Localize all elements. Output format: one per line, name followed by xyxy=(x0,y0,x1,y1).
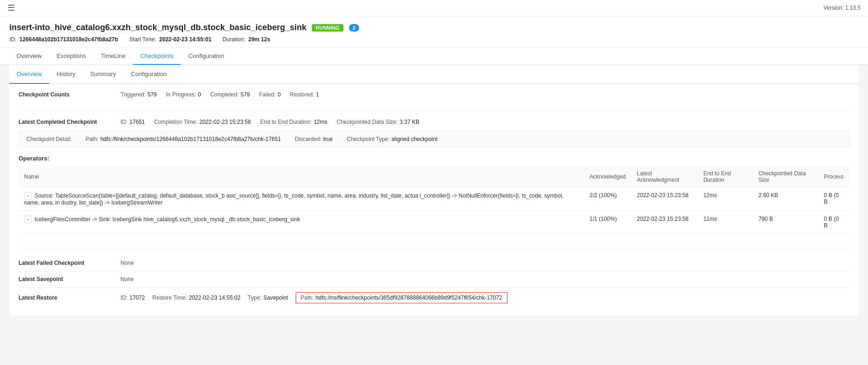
nav-timeline[interactable]: TimeLine xyxy=(94,48,133,65)
nav-configuration[interactable]: Configuration xyxy=(181,48,231,65)
col-latest-ack: Latest Acknowledgment xyxy=(631,166,697,187)
restore-id-value: 17072 xyxy=(129,295,145,301)
expand-btn-0[interactable]: + xyxy=(24,192,32,199)
restored-value: 1 xyxy=(316,91,319,98)
latest-restore-label: Latest Restore xyxy=(19,295,120,301)
end-to-end-kv: End to End Duration: 12ms xyxy=(260,119,328,125)
expand-btn-1[interactable]: + xyxy=(24,216,32,223)
operators-title: Operators: xyxy=(19,155,849,162)
latest-completed-label: Latest Completed Checkpoint xyxy=(19,119,120,125)
sub-nav-summary[interactable]: Summary xyxy=(83,65,124,84)
task-count-badge: 2 xyxy=(349,24,359,32)
operators-table-body: +Source: TableSourceScan(table=[[default… xyxy=(19,187,849,234)
checkpoint-content: Checkpoint Counts Triggered: 579 In Prog… xyxy=(9,84,859,315)
latest-restore-row: Latest Restore ID: 17072 Restore Time: 2… xyxy=(19,288,849,308)
restore-path-value: hdfs://ns/flink/checkpoints/365df9287888… xyxy=(316,295,502,301)
detail-path-item: Path: hdfs:/flink/checkpoints/1266448a10… xyxy=(85,136,281,142)
detail-type-label: Checkpoint Type: xyxy=(347,136,390,142)
checkpoint-detail-label: Checkpoint Detail: xyxy=(26,136,71,142)
detail-discarded-item: Discarded: true xyxy=(295,136,333,142)
triggered-value: 579 xyxy=(147,91,157,98)
operator-data-size-cell-0: 2.60 KB xyxy=(753,187,818,211)
data-size-value: 3.37 KB xyxy=(399,119,419,125)
detail-discarded-label: Discarded: xyxy=(295,136,321,142)
operator-name-cell-0: +Source: TableSourceScan(table=[[default… xyxy=(19,187,584,211)
latest-completed-values: ID: 17651 Completion Time: 2022-02-23 15… xyxy=(120,119,419,125)
operator-latest-ack-cell-1: 2022-02-23 15:23:58 xyxy=(631,211,697,234)
operators-table: Name Acknowledged Latest Acknowledgment … xyxy=(19,166,849,234)
restore-type-kv: Type: Savepoint xyxy=(248,295,288,301)
duration: Duration: 29m 12s xyxy=(222,36,270,43)
restored-label: Restored: xyxy=(290,91,314,98)
operator-processed-cell-0: 0 B (0 B xyxy=(818,187,849,211)
content-area: Overview History Summary Configuration C… xyxy=(0,65,868,365)
job-title: insert-into_hive_catalog6.xxzh_stock_mys… xyxy=(9,23,306,32)
sub-nav-overview[interactable]: Overview xyxy=(9,65,49,84)
end-to-end-label: End to End Duration: xyxy=(260,119,312,125)
latest-failed-label: Latest Failed Checkpoint xyxy=(19,260,120,266)
completed-id-label: ID: xyxy=(120,119,127,125)
operator-name-cell-1: +IcebergFilesCommitter -> Sink: IcebergS… xyxy=(19,211,584,234)
latest-completed-section: Latest Completed Checkpoint ID: 17651 Co… xyxy=(19,119,849,242)
nav-checkpoints[interactable]: Checkpoints xyxy=(133,48,181,65)
latest-savepoint-row: Latest Savepoint None xyxy=(19,271,849,288)
start-time-value: 2022-02-23 14:55:01 xyxy=(159,36,212,43)
job-title-row: insert-into_hive_catalog6.xxzh_stock_mys… xyxy=(9,23,859,32)
latest-savepoint-value: None xyxy=(120,276,134,282)
start-time: Start Time: 2022-02-23 14:55:01 xyxy=(129,36,211,43)
data-size-label: Checkpointed Data Size: xyxy=(336,119,398,125)
completed-label: Completed: xyxy=(210,91,239,98)
completed-id-value: 17651 xyxy=(129,119,145,125)
operators-table-header-row: Name Acknowledged Latest Acknowledgment … xyxy=(19,166,849,187)
restore-time-label: Restore Time: xyxy=(152,295,187,301)
col-name: Name xyxy=(19,166,584,187)
operator-ack-cell-1: 1/1 (100%) xyxy=(584,211,631,234)
restored-kv: Restored: 1 xyxy=(290,91,319,98)
latest-completed-row: Latest Completed Checkpoint ID: 17651 Co… xyxy=(19,119,849,125)
operator-latest-ack-cell-0: 2022-02-23 15:23:58 xyxy=(631,187,697,211)
nav-overview[interactable]: Overview xyxy=(9,48,49,65)
version-text: Version: 1.13.5 xyxy=(824,5,861,11)
checkpoint-detail-label-item: Checkpoint Detail: xyxy=(26,136,71,142)
sub-nav: Overview History Summary Configuration xyxy=(9,65,859,84)
checkpoint-detail-row: Checkpoint Detail: Path: hdfs:/flink/che… xyxy=(26,136,842,142)
job-id: ID: 1266448a102b17131018e2c47fb8a27b xyxy=(9,36,118,43)
in-progress-kv: In Progress: 0 xyxy=(166,91,201,98)
failed-label: Failed: xyxy=(259,91,276,98)
checkpoint-counts-row: Checkpoint Counts Triggered: 579 In Prog… xyxy=(19,91,849,98)
duration-value: 29m 12s xyxy=(248,36,270,43)
detail-type-item: Checkpoint Type: aligned checkpoint xyxy=(347,136,437,142)
start-time-label: Start Time: xyxy=(129,36,156,43)
operator-end-to-end-cell-0: 12ms xyxy=(698,187,753,211)
in-progress-label: In Progress: xyxy=(166,91,196,98)
bottom-section: Latest Failed Checkpoint None Latest Sav… xyxy=(19,249,849,308)
sub-nav-configuration[interactable]: Configuration xyxy=(123,65,174,84)
failed-kv: Failed: 0 xyxy=(259,91,281,98)
id-label: ID: xyxy=(9,36,16,43)
operator-ack-cell-0: 2/2 (100%) xyxy=(584,187,631,211)
in-progress-value: 0 xyxy=(198,91,201,98)
restore-meta: ID: 17072 Restore Time: 2022-02-23 14:55… xyxy=(120,292,507,303)
nav-exceptions[interactable]: Exceptions xyxy=(49,48,94,65)
col-end-to-end: End to End Duration xyxy=(698,166,753,187)
detail-discarded-value: true xyxy=(323,136,333,142)
job-header: insert-into_hive_catalog6.xxzh_stock_mys… xyxy=(0,16,868,48)
job-meta: ID: 1266448a102b17131018e2c47fb8a27b Sta… xyxy=(9,36,859,43)
operators-section: Operators: Name Acknowledged Latest Ackn… xyxy=(19,155,849,234)
latest-savepoint-label: Latest Savepoint xyxy=(19,276,120,282)
sub-nav-history[interactable]: History xyxy=(49,65,82,84)
completed-value: 579 xyxy=(241,91,250,98)
menu-icon[interactable]: ☰ xyxy=(7,3,15,13)
latest-failed-row: Latest Failed Checkpoint None xyxy=(19,255,849,271)
detail-path-value: hdfs:/flink/checkpoints/1266448a102b1713… xyxy=(100,136,281,142)
duration-label: Duration: xyxy=(222,36,245,43)
table-row: +IcebergFilesCommitter -> Sink: IcebergS… xyxy=(19,211,849,234)
operator-end-to-end-cell-1: 11ms xyxy=(698,211,753,234)
completed-kv: Completed: 579 xyxy=(210,91,250,98)
checkpoint-detail-box: Checkpoint Detail: Path: hdfs:/flink/che… xyxy=(19,131,849,147)
restore-id-label: ID: xyxy=(120,295,127,301)
restore-type-value: Savepoint xyxy=(263,295,288,301)
operators-table-head: Name Acknowledged Latest Acknowledgment … xyxy=(19,166,849,187)
operator-data-size-cell-1: 790 B xyxy=(753,211,818,234)
checkpoint-counts-values: Triggered: 579 In Progress: 0 Completed:… xyxy=(120,91,319,98)
